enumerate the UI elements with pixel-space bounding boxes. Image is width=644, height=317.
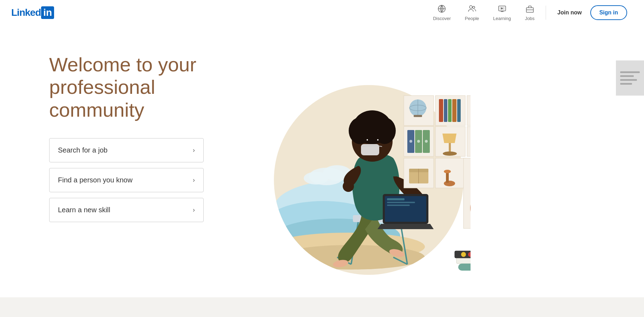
svg-point-20 [304,172,328,185]
svg-point-39 [367,139,368,141]
svg-rect-53 [444,99,447,122]
sign-in-button[interactable]: Sign in [590,5,627,20]
svg-rect-54 [448,99,452,122]
main-nav: Discover People [427,2,627,24]
svg-point-88 [444,181,455,186]
svg-rect-45 [387,205,410,206]
learning-icon [498,5,506,14]
main-content: Welcome to your professional community S… [0,25,644,317]
svg-rect-55 [452,99,456,122]
action-buttons: Search for a job › Find a person you kno… [49,138,204,222]
svg-rect-43 [387,198,405,200]
corner-document [616,60,644,96]
chevron-right-icon-1: › [193,147,195,154]
logo[interactable]: Linkedin [11,6,54,19]
nav-label-learning: Learning [493,16,511,21]
hero-title: Welcome to your professional community [49,53,232,121]
find-person-button[interactable]: Find a person you know › [49,168,204,192]
join-now-button[interactable]: Join now [552,7,587,19]
hero-illustration [232,25,644,317]
svg-point-73 [443,151,457,156]
svg-rect-74 [467,127,471,156]
nav-item-discover[interactable]: Discover [427,2,456,24]
svg-rect-91 [464,158,471,228]
learn-skill-button[interactable]: Learn a new skill › [49,198,204,222]
nav-divider [546,6,546,20]
nav-label-discover: Discover [433,16,451,21]
svg-point-35 [355,112,389,134]
logo-text: Linked [11,7,41,18]
svg-rect-52 [439,99,443,122]
logo-in-box: in [41,6,54,19]
svg-marker-72 [442,134,456,143]
svg-point-69 [425,140,428,143]
find-person-label: Find a person you know [58,176,132,184]
svg-point-101 [461,252,466,257]
nav-label-jobs: Jobs [525,16,534,21]
nav-item-learning[interactable]: Learning [487,2,517,24]
svg-point-30 [343,181,354,192]
svg-point-40 [377,139,379,141]
svg-rect-57 [467,96,471,125]
hero-left: Welcome to your professional community S… [0,25,232,243]
svg-rect-44 [387,202,415,203]
svg-point-90 [444,170,451,173]
bottom-strip [0,297,644,317]
discover-icon [438,5,446,14]
chevron-right-icon-2: › [193,176,195,184]
chevron-right-icon-3: › [193,206,195,214]
search-job-label: Search for a job [58,146,107,154]
header: Linkedin Discover [0,0,644,25]
svg-point-3 [469,6,472,8]
svg-point-68 [417,140,420,143]
svg-rect-89 [446,172,449,183]
svg-rect-105 [458,264,471,271]
nav-item-people[interactable]: People [459,2,485,24]
svg-rect-50 [414,115,422,117]
svg-point-38 [375,138,380,143]
people-icon [468,5,476,14]
svg-point-4 [473,6,475,8]
svg-rect-99 [456,257,471,264]
nav-label-people: People [465,16,479,21]
svg-point-67 [409,140,412,143]
jobs-icon [526,5,534,14]
learn-skill-label: Learn a new skill [58,206,110,214]
hero-svg [267,60,471,278]
nav-item-jobs[interactable]: Jobs [519,2,540,24]
svg-rect-56 [457,99,461,122]
search-job-button[interactable]: Search for a job › [49,138,204,162]
svg-point-37 [365,138,369,143]
